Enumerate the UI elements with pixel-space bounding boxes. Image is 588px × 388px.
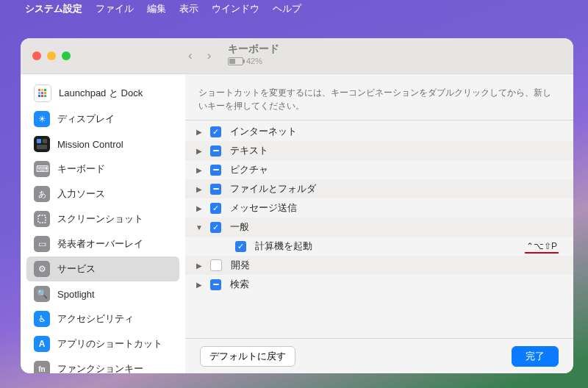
sidebar-icon bbox=[34, 136, 50, 152]
sidebar-item-7[interactable]: ⚙サービス bbox=[26, 256, 179, 281]
sidebar-icon bbox=[34, 211, 50, 227]
sidebar-icon: ♿︎ bbox=[34, 311, 50, 327]
disclosure-icon[interactable]: ▶ bbox=[194, 262, 204, 270]
menu-edit[interactable]: 編集 bbox=[147, 2, 166, 15]
disclosure-icon[interactable]: ▼ bbox=[194, 223, 204, 231]
checkbox[interactable] bbox=[210, 203, 221, 214]
shortcut-child-row[interactable]: 計算機を起動⌃⌥⇧P bbox=[185, 237, 573, 256]
battery-icon bbox=[228, 57, 243, 65]
nav-forward-button[interactable]: › bbox=[204, 46, 215, 66]
sidebar-icon: ▭ bbox=[34, 236, 50, 252]
sidebar-item-5[interactable]: スクリーンショット bbox=[26, 206, 179, 231]
page-title: キーボード bbox=[228, 43, 279, 56]
shortcut-category-row[interactable]: ▶メッセージ送信 bbox=[185, 198, 573, 218]
sidebar-item-0[interactable]: Launchpad と Dock bbox=[26, 80, 179, 107]
disclosure-icon[interactable]: ▶ bbox=[194, 204, 204, 212]
sidebar-icon: ⌨ bbox=[34, 161, 50, 177]
close-icon[interactable] bbox=[32, 51, 41, 60]
shortcut-category-row[interactable]: ▶開発 bbox=[185, 256, 573, 275]
svg-rect-5 bbox=[44, 92, 46, 94]
svg-rect-1 bbox=[41, 89, 43, 91]
shortcut-category-row[interactable]: ▶ピクチャ bbox=[185, 160, 573, 179]
svg-rect-10 bbox=[43, 139, 47, 143]
restore-defaults-button[interactable]: デフォルトに戻す bbox=[200, 346, 295, 367]
menu-file[interactable]: ファイル bbox=[96, 2, 134, 15]
svg-rect-2 bbox=[44, 89, 46, 91]
row-label: ファイルとフォルダ bbox=[230, 182, 316, 195]
sidebar-item-3[interactable]: ⌨キーボード bbox=[26, 157, 179, 182]
sidebar-item-8[interactable]: 🔍Spotlight bbox=[26, 281, 179, 306]
checkbox[interactable] bbox=[210, 259, 222, 271]
checkbox[interactable] bbox=[210, 184, 221, 195]
menu-window[interactable]: ウインドウ bbox=[212, 2, 259, 15]
sidebar-item-label: サービス bbox=[57, 262, 96, 276]
sidebar-item-2[interactable]: Mission Control bbox=[26, 132, 179, 157]
checkbox[interactable] bbox=[210, 222, 221, 233]
instructions-text: ショートカットを変更するには、キーコンビネーションをダブルクリックしてから、新し… bbox=[185, 74, 573, 121]
svg-rect-7 bbox=[41, 95, 43, 97]
sidebar-icon: ⚙ bbox=[34, 261, 50, 277]
svg-rect-12 bbox=[38, 215, 46, 223]
disclosure-icon[interactable]: ▶ bbox=[194, 166, 204, 174]
disclosure-icon[interactable]: ▶ bbox=[194, 128, 204, 136]
sidebar-icon: A bbox=[34, 336, 50, 352]
disclosure-icon[interactable]: ▶ bbox=[194, 185, 204, 193]
sidebar-item-label: Launchpad と Dock bbox=[59, 87, 143, 100]
shortcut-category-row[interactable]: ▼一般 bbox=[185, 218, 573, 237]
sidebar-icon: ☀ bbox=[34, 111, 50, 127]
svg-rect-4 bbox=[41, 92, 43, 94]
zoom-icon[interactable] bbox=[62, 51, 71, 60]
sidebar-item-10[interactable]: Aアプリのショートカット bbox=[26, 331, 179, 356]
svg-rect-3 bbox=[38, 92, 40, 94]
shortcut-category-row[interactable]: ▶検索 bbox=[185, 275, 573, 294]
shortcut-list: ▶インターネット▶テキスト▶ピクチャ▶ファイルとフォルダ▶メッセージ送信▼一般計… bbox=[185, 121, 573, 338]
shortcut-category-row[interactable]: ▶インターネット bbox=[185, 122, 573, 141]
menu-view[interactable]: 表示 bbox=[179, 2, 198, 15]
battery-status: 42% bbox=[228, 57, 279, 65]
sidebar-icon: fn bbox=[34, 361, 50, 373]
svg-rect-0 bbox=[38, 89, 40, 91]
shortcut-category-row[interactable]: ▶テキスト bbox=[185, 141, 573, 160]
traffic-lights bbox=[32, 51, 71, 60]
sidebar-item-label: ディスプレイ bbox=[57, 112, 115, 126]
sidebar-item-label: Spotlight bbox=[57, 289, 95, 300]
row-label: 検索 bbox=[230, 278, 249, 291]
row-label: 計算機を起動 bbox=[255, 240, 312, 253]
row-label: メッセージ送信 bbox=[230, 201, 297, 215]
sidebar-item-4[interactable]: あ入力ソース bbox=[26, 182, 179, 206]
sidebar-item-1[interactable]: ☀ディスプレイ bbox=[26, 107, 179, 132]
battery-percent: 42% bbox=[246, 57, 262, 65]
checkbox[interactable] bbox=[210, 126, 221, 137]
row-label: ピクチャ bbox=[230, 163, 268, 176]
row-label: 一般 bbox=[230, 220, 249, 234]
sidebar-item-9[interactable]: ♿︎アクセシビリティ bbox=[26, 306, 179, 331]
disclosure-icon[interactable]: ▶ bbox=[194, 147, 204, 155]
sidebar-icon: あ bbox=[34, 186, 50, 202]
svg-rect-11 bbox=[37, 145, 47, 149]
row-label: インターネット bbox=[230, 125, 297, 138]
checkbox[interactable] bbox=[210, 146, 221, 157]
sidebar-icon bbox=[34, 85, 51, 102]
titlebar: ‹ › キーボード 42% bbox=[21, 38, 573, 74]
main-panel: ショートカットを変更するには、キーコンビネーションをダブルクリックしてから、新し… bbox=[185, 74, 573, 373]
minimize-icon[interactable] bbox=[47, 51, 56, 60]
sidebar-item-11[interactable]: fnファンクションキー bbox=[26, 356, 179, 373]
menubar: システム設定 ファイル 編集 表示 ウインドウ ヘルプ bbox=[0, 0, 588, 18]
conflict-underline bbox=[525, 252, 559, 254]
shortcut-category-row[interactable]: ▶ファイルとフォルダ bbox=[185, 179, 573, 198]
sidebar-item-label: アプリのショートカット bbox=[57, 337, 162, 351]
shortcut-key[interactable]: ⌃⌥⇧P bbox=[526, 241, 557, 251]
nav-back-button[interactable]: ‹ bbox=[185, 46, 196, 66]
sidebar: Launchpad と Dock☀ディスプレイMission Control⌨キ… bbox=[21, 74, 185, 373]
sidebar-item-6[interactable]: ▭発表者オーバーレイ bbox=[26, 231, 179, 256]
sidebar-icon: 🔍 bbox=[34, 286, 50, 302]
menu-help[interactable]: ヘルプ bbox=[273, 2, 301, 15]
disclosure-icon[interactable]: ▶ bbox=[194, 281, 204, 289]
checkbox[interactable] bbox=[210, 165, 221, 176]
checkbox[interactable] bbox=[210, 279, 221, 290]
app-name[interactable]: システム設定 bbox=[25, 2, 82, 15]
done-button[interactable]: 完了 bbox=[512, 346, 559, 367]
settings-window: ‹ › キーボード 42% Launchpad と Dock☀ディスプレイMis… bbox=[21, 38, 573, 373]
row-label: 開発 bbox=[231, 259, 250, 272]
checkbox[interactable] bbox=[235, 241, 246, 252]
